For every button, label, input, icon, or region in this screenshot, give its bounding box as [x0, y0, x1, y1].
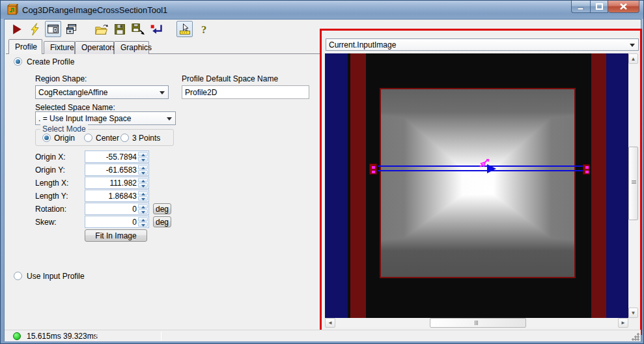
select-mode-label: Select Mode [40, 124, 88, 134]
vertical-scrollbar[interactable]: ▲ ▼ [628, 53, 638, 318]
resize-grip[interactable] [632, 333, 639, 341]
horizontal-scroll-thumb[interactable] [430, 318, 526, 328]
graphics-interaction-icon[interactable] [176, 21, 193, 37]
skew-value: 0 [132, 218, 137, 227]
selected-space-label: Selected Space Name: [35, 103, 115, 112]
scroll-right-icon[interactable]: ► [618, 318, 628, 328]
horizontal-scrollbar[interactable]: ◄ ► [325, 318, 628, 328]
help-icon[interactable]: ? [196, 21, 212, 37]
create-profile-label: Create Profile [27, 57, 74, 66]
rotation-input[interactable]: 0 [85, 203, 149, 215]
chevron-down-icon [167, 117, 172, 121]
status-time-2: 39.323ms [63, 332, 98, 341]
image-red-band-left [350, 53, 366, 318]
mode-origin-radio[interactable] [42, 134, 51, 142]
tab-profile[interactable]: Profile [8, 39, 42, 54]
default-space-label: Profile Default Space Name [182, 74, 278, 83]
origin-y-stepper[interactable] [138, 165, 148, 175]
rotation-value: 0 [132, 205, 137, 214]
range-image-view[interactable] [325, 53, 628, 318]
origin-x-stepper[interactable] [138, 152, 148, 162]
reset-icon[interactable] [148, 21, 164, 37]
run-electric-icon[interactable] [27, 21, 43, 37]
region-shape-value: CogRectangleAffine [38, 88, 108, 97]
origin-y-label: Origin Y: [35, 165, 65, 175]
svg-text:?: ? [201, 23, 206, 35]
window-body: ? Profile Fixture Operators Graphics Cre… [4, 19, 641, 341]
tab-graphics[interactable]: Graphics [114, 41, 149, 54]
skew-input[interactable]: 0 [85, 216, 149, 228]
skew-stepper[interactable] [138, 217, 148, 227]
scroll-left-icon[interactable]: ◄ [325, 318, 335, 328]
tab-operators[interactable]: Operators [75, 41, 114, 54]
chevron-down-icon [160, 91, 165, 94]
skew-label: Skew: [35, 218, 57, 227]
show-image-pane-icon[interactable] [45, 21, 61, 37]
minimize-button[interactable] [571, 1, 590, 13]
title-bar[interactable]: Cog3DRangeImageCrossSectionTool1 [1, 1, 644, 19]
image-navy-band-right [606, 53, 628, 318]
status-bar: 15.615ms 39.323ms [5, 330, 641, 341]
mode-3points-radio[interactable] [120, 134, 129, 142]
length-y-value: 1.86843 [109, 192, 137, 201]
rotation-label: Rotation: [35, 205, 66, 214]
use-input-profile-radio[interactable] [14, 272, 22, 280]
region-direction-arrow-icon[interactable] [487, 164, 496, 173]
mode-3points-label: 3 Points [132, 134, 160, 143]
image-display-panel: Current.InputImage [320, 29, 642, 335]
selected-space-combo[interactable]: . = Use Input Image Space [35, 111, 176, 125]
region-right-handle[interactable] [583, 164, 590, 175]
tab-fixture[interactable]: Fixture [44, 41, 75, 54]
length-x-label: Length X: [35, 179, 68, 188]
origin-y-value: -61.6583 [106, 165, 137, 175]
region-shape-combo[interactable]: CogRectangleAffine [35, 85, 169, 99]
close-button[interactable] [608, 1, 639, 13]
region-bottom-line[interactable] [378, 170, 583, 171]
mode-center-label: Center [96, 134, 119, 143]
open-icon[interactable] [93, 21, 109, 37]
create-profile-radio[interactable] [14, 57, 22, 66]
chevron-down-icon [630, 44, 635, 47]
use-input-profile-label: Use Input Profile [27, 272, 85, 281]
maximize-button[interactable] [590, 1, 608, 13]
length-y-input[interactable]: 1.86843 [85, 190, 149, 202]
app-window: Cog3DRangeImageCrossSectionTool1 [0, 0, 644, 344]
scroll-down-icon[interactable]: ▼ [628, 308, 638, 318]
status-time-1: 15.615ms [27, 332, 61, 341]
length-y-stepper[interactable] [138, 191, 148, 201]
status-separator [161, 332, 161, 341]
default-space-input[interactable]: Profile2D [182, 85, 309, 99]
save-as-icon[interactable] [130, 21, 146, 37]
region-left-handle[interactable] [369, 164, 377, 175]
image-navy-band-left [325, 53, 348, 318]
length-x-input[interactable]: 111.982 [85, 177, 149, 189]
rotation-unit-button[interactable]: deg [153, 203, 171, 214]
tool-cube-icon [7, 4, 18, 15]
save-icon[interactable] [111, 21, 128, 37]
status-separator [96, 332, 96, 341]
height-map-square [380, 88, 576, 278]
selected-space-value: . = Use Input Image Space [38, 114, 131, 123]
region-shape-label: Region Shape: [35, 74, 87, 83]
length-x-stepper[interactable] [138, 178, 148, 188]
display-source-value: Current.InputImage [329, 40, 396, 50]
length-x-value: 111.982 [109, 179, 137, 188]
origin-x-value: -55.7894 [106, 152, 137, 162]
length-y-label: Length Y: [35, 192, 68, 201]
image-red-band-right [591, 53, 606, 318]
default-space-value: Profile2D [185, 88, 217, 97]
caption-buttons [571, 1, 639, 13]
vertical-scroll-thumb[interactable] [628, 147, 638, 220]
scroll-up-icon[interactable]: ▲ [628, 53, 638, 64]
float-pane-icon[interactable] [63, 21, 79, 37]
skew-unit-button[interactable]: deg [153, 216, 171, 227]
origin-y-input[interactable]: -61.6583 [85, 164, 149, 176]
origin-x-input[interactable]: -55.7894 [85, 150, 149, 163]
fit-in-image-button[interactable]: Fit In Image [85, 229, 147, 242]
run-icon[interactable] [8, 21, 25, 37]
mode-origin-label: Origin [54, 134, 75, 143]
rotation-stepper[interactable] [138, 204, 148, 214]
display-source-combo[interactable]: Current.InputImage [326, 38, 639, 51]
mode-center-radio[interactable] [84, 134, 92, 142]
origin-x-label: Origin X: [35, 152, 66, 162]
